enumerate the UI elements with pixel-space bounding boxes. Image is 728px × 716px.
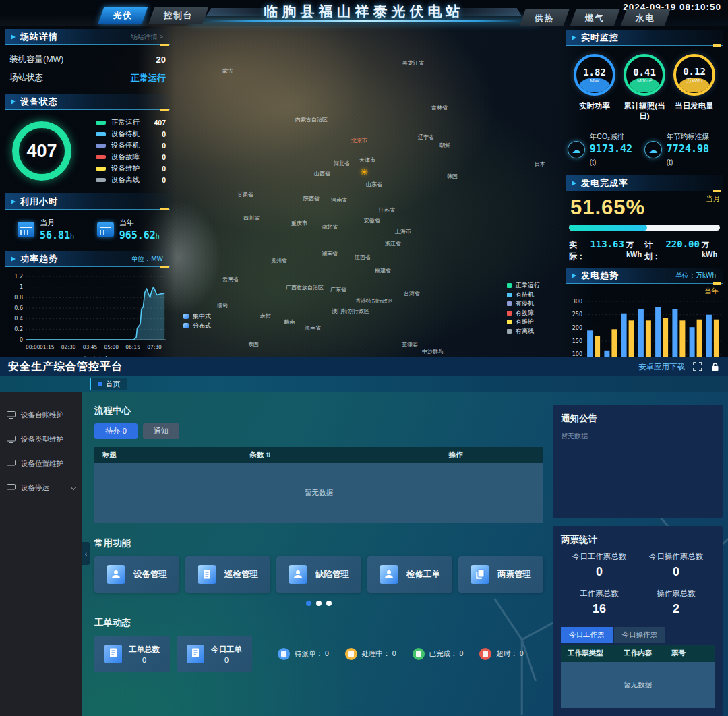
work-order-text: 工单总数0 [129, 645, 160, 664]
lock-icon[interactable] [710, 362, 720, 371]
map-label-中沙群岛: 中沙群岛 [422, 348, 444, 355]
android-download-link[interactable]: 安卓应用下载 [638, 362, 685, 372]
plan-seg: 计划： 220.00 万kWh [644, 239, 720, 262]
map-label-广东省: 广东省 [330, 286, 346, 293]
sort-icon[interactable]: ⇅ [266, 452, 271, 458]
ticket-stat-value: 0 [638, 565, 715, 579]
function-card-label: 缺陷管理 [315, 569, 349, 580]
gauge-label: 实时功率 [570, 101, 619, 111]
legend-value: 0 [162, 153, 166, 161]
map-label-海南省: 海南省 [305, 324, 321, 332]
nav-tab-控制台[interactable]: 控制台 [148, 7, 208, 24]
sidebar-item-设备位置维护[interactable]: 设备位置维护 [0, 452, 82, 476]
map-label-上海市: 上海市 [395, 228, 411, 235]
work-order-card-今日工单[interactable]: 今日工单0 [177, 636, 252, 672]
ticket-tab-今日工作票[interactable]: 今日工作票 [561, 627, 613, 643]
value: 56.81 [40, 229, 70, 241]
monitor-icon [7, 409, 16, 421]
status-label: 超时： 0 [496, 649, 523, 659]
ticket-tabs: 今日工作票今日操作票 [561, 627, 715, 643]
env-label: 年CO₂减排 [590, 132, 644, 142]
svg-text:00:00: 00:00 [26, 344, 40, 350]
nav-tab-光伏[interactable]: 光伏 [98, 7, 148, 24]
map-label-广西壮族自治区: 广西壮族自治区 [286, 284, 324, 291]
svg-text:0.6: 0.6 [14, 305, 23, 311]
ticket-stat-value: 0 [561, 565, 638, 579]
sidebar-item-设备台账维护[interactable]: 设备台账维护 [0, 403, 82, 427]
gauge-item: 0.12万kWh当日发电量 [670, 54, 719, 121]
station-detail-more-link[interactable]: 场站详情 > [130, 32, 163, 42]
carousel-dot[interactable] [326, 601, 332, 606]
tab-home[interactable]: 首页 [90, 378, 127, 390]
device-status-body: 407 正常运行407设备待机0设备停机0设备故障0设备维护0设备离线0 [5, 110, 170, 188]
gauge-ring: 1.82MW [574, 54, 615, 96]
legend-value: 407 [154, 119, 166, 127]
legend-item: 设备停机0 [96, 140, 166, 151]
work-order-card-工单总数[interactable]: 工单总数0 [94, 636, 170, 672]
actual-value: 113.63 [590, 239, 624, 249]
station-row: 装机容量(MW)20 [9, 51, 166, 69]
work-order-row: 工单总数0今日工单0 待派单： 0处理中： 0已完成： 0超时： 0 [94, 636, 543, 672]
arrow-icon [11, 99, 16, 105]
work-order-cards: 工单总数0今日工单0 [94, 636, 252, 672]
process-btn-待办·0[interactable]: 待办·0 [94, 423, 138, 439]
person-icon [380, 565, 398, 584]
safety-platform: 安全生产综合管控平台 安卓应用下载 首页 设备台账维护设备类型维护设备位置维护设… [0, 357, 728, 716]
map-label-菲律宾: 菲律宾 [402, 341, 418, 349]
map-label-贵州省: 贵州省 [271, 257, 287, 264]
header-actions: 安卓应用下载 [638, 362, 720, 372]
function-card-检修工单[interactable]: 检修工单 [367, 556, 452, 593]
legend-item: 正常运行407 [96, 117, 166, 128]
work-order-statuses: 待派单： 0处理中： 0已完成： 0超时： 0 [278, 648, 524, 660]
nav-tab-水电[interactable]: 水电 [620, 9, 670, 26]
sidebar-item-设备类型维护[interactable]: 设备类型维护 [0, 427, 82, 452]
panel-title: 发电趋势 [581, 270, 619, 282]
arrow-icon [11, 256, 16, 262]
fullscreen-icon[interactable] [693, 362, 702, 371]
function-card-两票管理[interactable]: 两票管理 [458, 556, 543, 593]
status-legend-label: 有故障 [516, 309, 534, 318]
empty-state: 暂无数据 [305, 488, 333, 498]
sidebar-collapse-handle[interactable]: ‹ [82, 542, 90, 565]
nav-tab-供热[interactable]: 供热 [519, 9, 569, 26]
gauge-value: 0.12 [683, 66, 706, 77]
usage-hours-body: 当月56.81h当年965.62h [5, 210, 170, 245]
work-order-icon-box [187, 645, 204, 663]
gen-trend-chart: 0501001502002503000102030405060708 发电量计划… [566, 296, 723, 357]
function-card-缺陷管理[interactable]: 缺陷管理 [276, 556, 361, 593]
status-legend-label: 正常运行 [516, 281, 540, 290]
process-btn-通知[interactable]: 通知 [143, 423, 179, 439]
station-detail-rows: 装机容量(MW)20场站状态正常运行 [5, 45, 170, 88]
main-column: 流程中心 待办·0通知 标题条数⇅操作 暂无数据 常用功能 设备管理巡检管理缺陷… [94, 405, 543, 716]
row-value: 20 [156, 55, 166, 65]
map-label-泰国: 泰国 [248, 340, 259, 348]
station-sun-marker[interactable]: ☀ [360, 167, 369, 177]
plan-label: 计划： [644, 239, 663, 262]
nav-tab-label: 光伏 [113, 10, 133, 22]
row-label: 场站状态 [9, 72, 43, 84]
sidebar-item-label: 设备位置维护 [21, 459, 63, 469]
completion-values: 实际： 113.63 万kWh 计划： 220.00 万kWh [569, 239, 720, 262]
map-label-天津市: 天津市 [359, 156, 375, 164]
usage-text: 当年965.62h [119, 218, 160, 241]
nav-tabs-left: 光伏控制台 [101, 7, 212, 24]
left-panel-column: 场站详情 场站详情 > 装机容量(MW)20场站状态正常运行 设备状态 407 … [0, 26, 175, 357]
two-tickets-panel: 两票统计 今日工作票总数0今日操作票总数0工作票总数16操作票总数2 今日工作票… [553, 526, 723, 716]
status-label: 处理中： 0 [362, 649, 396, 659]
env-text: 年节约标准煤7724.98 (t) [667, 132, 721, 167]
carousel-dot[interactable] [316, 601, 322, 606]
carousel-dot[interactable] [306, 601, 311, 606]
gauge-value: 1.82 [583, 67, 606, 78]
gauge-label: 累计辐照(当日) [620, 101, 669, 121]
map-label-四川省: 四川省 [243, 214, 260, 222]
status-legend-item: 有维护 [507, 318, 540, 327]
function-card-设备管理[interactable]: 设备管理 [94, 556, 179, 593]
ticket-tab-今日操作票[interactable]: 今日操作票 [614, 627, 666, 643]
sidebar-item-设备停运[interactable]: 设备停运 [0, 476, 82, 500]
row-value: 正常运行 [131, 72, 166, 84]
panel-title: 功率趋势 [20, 253, 58, 265]
nav-tab-燃气[interactable]: 燃气 [570, 9, 619, 26]
chevron-down-icon [71, 484, 76, 489]
function-card-巡检管理[interactable]: 巡检管理 [185, 556, 270, 593]
power-trend-legend[interactable]: 实时功率 [7, 355, 169, 357]
